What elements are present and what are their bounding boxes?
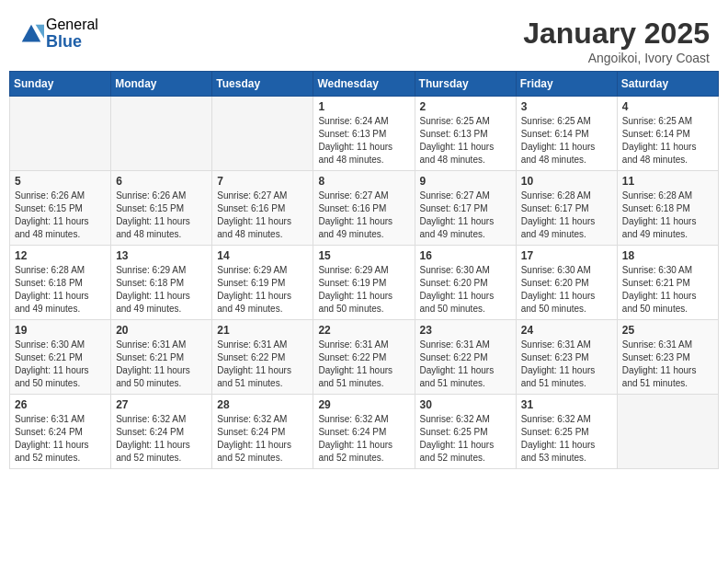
- cell-info: Sunrise: 6:29 AM Sunset: 6:19 PM Dayligh…: [318, 264, 409, 316]
- day-number: 1: [318, 100, 409, 113]
- calendar-week-row: 26Sunrise: 6:31 AM Sunset: 6:24 PM Dayli…: [10, 395, 719, 469]
- calendar-cell: 22Sunrise: 6:31 AM Sunset: 6:22 PM Dayli…: [313, 320, 415, 395]
- calendar-cell: 31Sunrise: 6:32 AM Sunset: 6:25 PM Dayli…: [516, 395, 617, 469]
- calendar-cell: 17Sunrise: 6:30 AM Sunset: 6:20 PM Dayli…: [516, 246, 617, 320]
- calendar-cell: 4Sunrise: 6:25 AM Sunset: 6:14 PM Daylig…: [617, 97, 718, 171]
- day-number: 26: [15, 398, 106, 411]
- cell-info: Sunrise: 6:31 AM Sunset: 6:22 PM Dayligh…: [318, 339, 409, 390]
- calendar-cell: 6Sunrise: 6:26 AM Sunset: 6:15 PM Daylig…: [111, 171, 212, 246]
- calendar-cell: 13Sunrise: 6:29 AM Sunset: 6:18 PM Dayli…: [111, 246, 212, 320]
- calendar-cell: 9Sunrise: 6:27 AM Sunset: 6:17 PM Daylig…: [415, 171, 516, 246]
- cell-info: Sunrise: 6:30 AM Sunset: 6:21 PM Dayligh…: [15, 339, 106, 390]
- day-number: 2: [420, 100, 511, 113]
- day-number: 7: [217, 175, 308, 188]
- day-number: 4: [622, 100, 713, 113]
- weekday-header: Sunday: [10, 72, 111, 97]
- cell-info: Sunrise: 6:25 AM Sunset: 6:14 PM Dayligh…: [521, 115, 612, 167]
- cell-info: Sunrise: 6:30 AM Sunset: 6:20 PM Dayligh…: [521, 264, 612, 316]
- cell-info: Sunrise: 6:26 AM Sunset: 6:15 PM Dayligh…: [116, 190, 207, 241]
- day-number: 21: [217, 324, 308, 337]
- cell-info: Sunrise: 6:27 AM Sunset: 6:16 PM Dayligh…: [217, 190, 308, 241]
- cell-info: Sunrise: 6:32 AM Sunset: 6:24 PM Dayligh…: [217, 413, 308, 465]
- weekday-header: Thursday: [415, 72, 516, 97]
- cell-info: Sunrise: 6:31 AM Sunset: 6:23 PM Dayligh…: [622, 339, 713, 390]
- cell-info: Sunrise: 6:25 AM Sunset: 6:14 PM Dayligh…: [622, 115, 713, 167]
- day-number: 16: [420, 249, 511, 262]
- calendar-cell: 27Sunrise: 6:32 AM Sunset: 6:24 PM Dayli…: [111, 395, 212, 469]
- calendar-cell: 16Sunrise: 6:30 AM Sunset: 6:20 PM Dayli…: [415, 246, 516, 320]
- day-number: 29: [318, 398, 409, 411]
- calendar-cell: 3Sunrise: 6:25 AM Sunset: 6:14 PM Daylig…: [516, 97, 617, 171]
- cell-info: Sunrise: 6:26 AM Sunset: 6:15 PM Dayligh…: [15, 190, 106, 241]
- cell-info: Sunrise: 6:32 AM Sunset: 6:25 PM Dayligh…: [521, 413, 612, 465]
- calendar-cell: 10Sunrise: 6:28 AM Sunset: 6:17 PM Dayli…: [516, 171, 617, 246]
- cell-info: Sunrise: 6:27 AM Sunset: 6:16 PM Dayligh…: [318, 190, 409, 241]
- day-number: 8: [318, 175, 409, 188]
- day-number: 17: [521, 249, 612, 262]
- cell-info: Sunrise: 6:28 AM Sunset: 6:18 PM Dayligh…: [622, 190, 713, 241]
- title-block: January 2025 Angoikoi, Ivory Coast: [523, 17, 710, 65]
- cell-info: Sunrise: 6:27 AM Sunset: 6:17 PM Dayligh…: [420, 190, 511, 241]
- day-number: 5: [15, 175, 106, 188]
- cell-info: Sunrise: 6:29 AM Sunset: 6:18 PM Dayligh…: [116, 264, 207, 316]
- calendar-week-row: 19Sunrise: 6:30 AM Sunset: 6:21 PM Dayli…: [10, 320, 719, 395]
- day-number: 9: [420, 175, 511, 188]
- calendar-week-row: 12Sunrise: 6:28 AM Sunset: 6:18 PM Dayli…: [10, 246, 719, 320]
- cell-info: Sunrise: 6:31 AM Sunset: 6:22 PM Dayligh…: [217, 339, 308, 390]
- cell-info: Sunrise: 6:32 AM Sunset: 6:24 PM Dayligh…: [318, 413, 409, 465]
- cell-info: Sunrise: 6:30 AM Sunset: 6:21 PM Dayligh…: [622, 264, 713, 316]
- weekday-header: Saturday: [617, 72, 718, 97]
- calendar-cell: 2Sunrise: 6:25 AM Sunset: 6:13 PM Daylig…: [415, 97, 516, 171]
- calendar-cell: [10, 97, 111, 171]
- cell-info: Sunrise: 6:31 AM Sunset: 6:24 PM Dayligh…: [15, 413, 106, 465]
- cell-info: Sunrise: 6:31 AM Sunset: 6:23 PM Dayligh…: [521, 339, 612, 390]
- logo-icon: [18, 21, 44, 47]
- day-number: 25: [622, 324, 713, 337]
- calendar-week-row: 1Sunrise: 6:24 AM Sunset: 6:13 PM Daylig…: [10, 97, 719, 171]
- cell-info: Sunrise: 6:28 AM Sunset: 6:18 PM Dayligh…: [15, 264, 106, 316]
- calendar-cell: 29Sunrise: 6:32 AM Sunset: 6:24 PM Dayli…: [313, 395, 415, 469]
- calendar-cell: [212, 97, 313, 171]
- calendar-cell: 18Sunrise: 6:30 AM Sunset: 6:21 PM Dayli…: [617, 246, 718, 320]
- day-number: 11: [622, 175, 713, 188]
- day-number: 27: [116, 398, 207, 411]
- cell-info: Sunrise: 6:31 AM Sunset: 6:21 PM Dayligh…: [116, 339, 207, 390]
- day-number: 22: [318, 324, 409, 337]
- calendar-cell: 30Sunrise: 6:32 AM Sunset: 6:25 PM Dayli…: [415, 395, 516, 469]
- calendar-table: SundayMondayTuesdayWednesdayThursdayFrid…: [9, 71, 719, 469]
- day-number: 14: [217, 249, 308, 262]
- calendar-cell: 25Sunrise: 6:31 AM Sunset: 6:23 PM Dayli…: [617, 320, 718, 395]
- calendar-cell: 11Sunrise: 6:28 AM Sunset: 6:18 PM Dayli…: [617, 171, 718, 246]
- cell-info: Sunrise: 6:32 AM Sunset: 6:25 PM Dayligh…: [420, 413, 511, 465]
- calendar-cell: 8Sunrise: 6:27 AM Sunset: 6:16 PM Daylig…: [313, 171, 415, 246]
- day-number: 15: [318, 249, 409, 262]
- cell-info: Sunrise: 6:29 AM Sunset: 6:19 PM Dayligh…: [217, 264, 308, 316]
- day-number: 6: [116, 175, 207, 188]
- calendar-cell: 14Sunrise: 6:29 AM Sunset: 6:19 PM Dayli…: [212, 246, 313, 320]
- calendar-cell: [111, 97, 212, 171]
- cell-info: Sunrise: 6:25 AM Sunset: 6:13 PM Dayligh…: [420, 115, 511, 167]
- cell-info: Sunrise: 6:30 AM Sunset: 6:20 PM Dayligh…: [420, 264, 511, 316]
- day-number: 19: [15, 324, 106, 337]
- calendar-cell: 26Sunrise: 6:31 AM Sunset: 6:24 PM Dayli…: [10, 395, 111, 469]
- day-number: 13: [116, 249, 207, 262]
- calendar-cell: 12Sunrise: 6:28 AM Sunset: 6:18 PM Dayli…: [10, 246, 111, 320]
- calendar-cell: 24Sunrise: 6:31 AM Sunset: 6:23 PM Dayli…: [516, 320, 617, 395]
- calendar-cell: [617, 395, 718, 469]
- calendar-week-row: 5Sunrise: 6:26 AM Sunset: 6:15 PM Daylig…: [10, 171, 719, 246]
- calendar-cell: 28Sunrise: 6:32 AM Sunset: 6:24 PM Dayli…: [212, 395, 313, 469]
- calendar-header-row: SundayMondayTuesdayWednesdayThursdayFrid…: [10, 72, 719, 97]
- day-number: 12: [15, 249, 106, 262]
- month-title: January 2025: [523, 17, 710, 51]
- weekday-header: Monday: [111, 72, 212, 97]
- cell-info: Sunrise: 6:31 AM Sunset: 6:22 PM Dayligh…: [420, 339, 511, 390]
- day-number: 28: [217, 398, 308, 411]
- calendar-cell: 7Sunrise: 6:27 AM Sunset: 6:16 PM Daylig…: [212, 171, 313, 246]
- day-number: 3: [521, 100, 612, 113]
- location: Angoikoi, Ivory Coast: [523, 51, 710, 65]
- day-number: 24: [521, 324, 612, 337]
- day-number: 30: [420, 398, 511, 411]
- weekday-header: Wednesday: [313, 72, 415, 97]
- logo: General Blue: [18, 17, 98, 51]
- weekday-header: Tuesday: [212, 72, 313, 97]
